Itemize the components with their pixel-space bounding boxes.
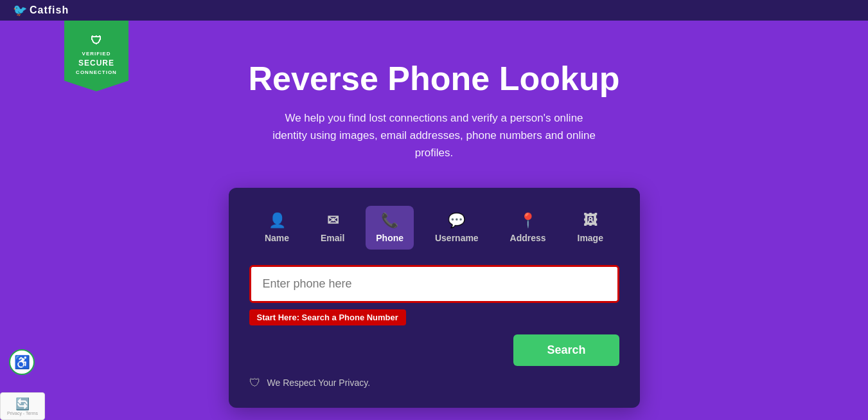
search-row: Search: [249, 334, 619, 366]
privacy-row: 🛡 We Respect Your Privacy.: [249, 376, 619, 390]
recaptcha-logo: 🔄: [6, 397, 39, 411]
search-card: 👤 Name ✉ Email 📞 Phone 💬 Username 📍 Addr…: [229, 188, 640, 408]
verified-text: VERIFIED: [82, 51, 111, 57]
tab-email[interactable]: ✉ Email: [310, 206, 355, 250]
recaptcha-box: 🔄 Privacy - Terms: [0, 392, 45, 420]
header: 🐦 Catfish: [0, 0, 868, 21]
phone-icon: 📞: [381, 212, 398, 229]
secure-badge: 🛡 VERIFIED SECURE CONNECTION: [64, 21, 128, 91]
search-button[interactable]: Search: [513, 334, 619, 366]
tab-image[interactable]: 🖼 Image: [567, 206, 614, 250]
tab-address-label: Address: [510, 233, 546, 243]
privacy-text: We Respect Your Privacy.: [267, 378, 371, 388]
page-subtitle: We help you find lost connections and ve…: [267, 109, 601, 162]
privacy-shield-icon: 🛡: [249, 376, 261, 390]
connection-text: CONNECTION: [76, 69, 117, 75]
accessibility-icon: ♿: [14, 354, 30, 370]
tab-username-label: Username: [435, 233, 479, 243]
logo-area: 🐦 Catfish: [13, 3, 69, 17]
tab-image-label: Image: [578, 233, 603, 243]
username-icon: 💬: [448, 212, 465, 229]
address-icon: 📍: [519, 212, 536, 229]
person-icon: 👤: [269, 212, 286, 229]
page-title: Reverse Phone Lookup: [249, 59, 620, 98]
image-icon: 🖼: [583, 212, 598, 229]
logo-text: Catfish: [30, 5, 69, 16]
tab-address[interactable]: 📍 Address: [500, 206, 556, 250]
error-message: Start Here: Search a Phone Number: [249, 309, 406, 325]
phone-input[interactable]: [251, 267, 617, 301]
email-icon: ✉: [327, 212, 339, 229]
tab-phone-label: Phone: [376, 233, 403, 243]
accessibility-button[interactable]: ♿: [9, 349, 35, 375]
logo-icon: 🐦: [13, 3, 27, 17]
main-content: Reverse Phone Lookup We help you find lo…: [0, 21, 868, 420]
search-tabs: 👤 Name ✉ Email 📞 Phone 💬 Username 📍 Addr…: [249, 206, 619, 250]
tab-email-label: Email: [321, 233, 344, 243]
tab-username[interactable]: 💬 Username: [425, 206, 489, 250]
recaptcha-links[interactable]: Privacy - Terms: [6, 411, 39, 415]
tab-phone[interactable]: 📞 Phone: [366, 206, 414, 250]
shield-icon: 🛡: [91, 34, 102, 48]
secure-text: SECURE: [78, 59, 114, 68]
tab-name-label: Name: [265, 233, 289, 243]
tab-name[interactable]: 👤 Name: [254, 206, 299, 250]
phone-input-wrapper: [249, 265, 619, 303]
